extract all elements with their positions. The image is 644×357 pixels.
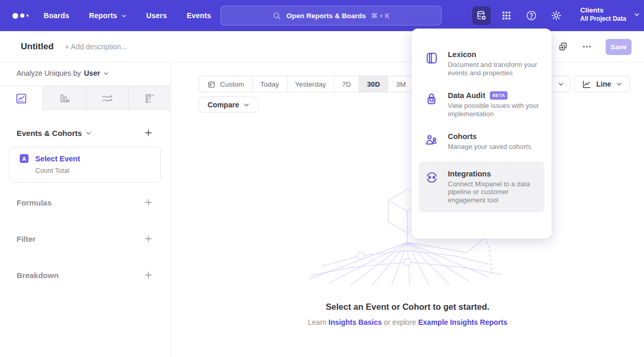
date-range-yesterday[interactable]: Yesterday bbox=[287, 76, 335, 92]
event-card[interactable]: A Select Event Count Total bbox=[9, 147, 161, 183]
breakdown-section: Breakdown bbox=[17, 270, 153, 280]
chart-type-button[interactable]: Line bbox=[574, 76, 630, 92]
viz-tab-line-chart[interactable] bbox=[0, 86, 43, 111]
viz-tab-flow[interactable] bbox=[86, 86, 129, 111]
plus-icon bbox=[144, 234, 153, 243]
apps-grid-button[interactable] bbox=[497, 6, 516, 25]
add-filter-button[interactable] bbox=[144, 234, 153, 243]
add-breakdown-button[interactable] bbox=[144, 270, 153, 280]
integrations-icon bbox=[425, 171, 439, 184]
viz-tab-bar-chart[interactable] bbox=[43, 86, 86, 111]
help-button[interactable] bbox=[522, 6, 541, 25]
project-scope: All Project Data bbox=[580, 15, 626, 23]
line-chart-type-icon bbox=[582, 79, 592, 89]
beta-badge: BETA bbox=[490, 91, 508, 100]
menu-item-data-audit[interactable]: Data Audit BETA View possible issues wit… bbox=[412, 84, 552, 125]
chevron-down-icon bbox=[616, 81, 622, 87]
compare-button[interactable]: Compare bbox=[199, 97, 258, 113]
formulas-section: Formulas bbox=[17, 198, 153, 207]
more-options-button[interactable] bbox=[582, 42, 592, 52]
add-formula-button[interactable] bbox=[144, 198, 153, 207]
menu-item-integrations[interactable]: Integrations Connect Mixpanel to a data … bbox=[419, 161, 544, 213]
date-range-30d[interactable]: 30D bbox=[359, 76, 388, 92]
cohorts-icon bbox=[425, 133, 439, 147]
filter-section: Filter bbox=[17, 234, 153, 243]
menu-item-title: Data Audit bbox=[448, 91, 485, 100]
logo-dot bbox=[26, 15, 29, 17]
menu-item-title: Integrations bbox=[448, 170, 491, 178]
logo-dot bbox=[12, 13, 18, 19]
events-cohorts-label[interactable]: Events & Cohorts bbox=[17, 129, 91, 138]
main-content: Custom Today Yesterday 7D 30D 3M 6M Comp… bbox=[171, 62, 644, 357]
gear-icon bbox=[551, 10, 562, 21]
save-button[interactable]: Save bbox=[606, 39, 632, 55]
analyze-uniques-row: Analyze Uniques by User bbox=[17, 69, 109, 77]
event-aggregation[interactable]: Count Total bbox=[35, 167, 160, 174]
menu-item-cohorts[interactable]: Cohorts Manage your saved cohorts bbox=[412, 125, 552, 158]
search-shortcut: ⌘ + K bbox=[371, 12, 390, 20]
date-range-3m[interactable]: 3M bbox=[388, 76, 414, 92]
help-icon bbox=[526, 10, 537, 21]
analyze-prefix: Analyze Uniques by bbox=[17, 69, 81, 77]
grid-dots-icon bbox=[144, 92, 156, 105]
select-event-label[interactable]: Select Event bbox=[35, 155, 80, 163]
analyze-value[interactable]: User bbox=[84, 69, 100, 77]
nav-item-label: Boards bbox=[44, 11, 69, 20]
line-chart-icon bbox=[15, 92, 28, 105]
chevron-down-icon bbox=[121, 13, 127, 19]
analyze-dropdown[interactable] bbox=[103, 71, 109, 76]
plus-icon bbox=[144, 128, 153, 138]
primary-nav: Boards Reports Users Events bbox=[44, 11, 211, 20]
insights-basics-link[interactable]: Insights Basics bbox=[328, 318, 382, 326]
report-title[interactable]: Untitled bbox=[21, 42, 53, 52]
menu-item-title: Cohorts bbox=[448, 132, 477, 141]
event-letter-badge: A bbox=[20, 154, 29, 163]
nav-item-reports[interactable]: Reports bbox=[89, 11, 126, 20]
breakdown-label: Breakdown bbox=[17, 271, 59, 280]
date-range-custom[interactable]: Custom bbox=[199, 76, 253, 92]
mixpanel-insights-app: Boards Reports Users Events Open Reports… bbox=[0, 0, 644, 357]
project-name: Clients bbox=[580, 6, 626, 15]
chevron-down-icon bbox=[103, 71, 109, 76]
visualization-tabs bbox=[0, 86, 171, 111]
viz-tab-grid-dots[interactable] bbox=[129, 86, 171, 111]
lexicon-icon bbox=[425, 51, 439, 65]
filter-label: Filter bbox=[17, 235, 36, 243]
menu-item-description: Manage your saved cohorts bbox=[448, 143, 540, 151]
menu-item-description: View possible issues with your implement… bbox=[448, 102, 540, 118]
settings-button[interactable] bbox=[547, 6, 566, 25]
calendar-icon bbox=[207, 80, 216, 89]
mixpanel-logo[interactable] bbox=[12, 13, 36, 19]
project-selector[interactable]: Clients All Project Data bbox=[580, 6, 640, 23]
search-icon bbox=[272, 11, 281, 20]
duplicate-report-button[interactable] bbox=[558, 42, 568, 52]
copy-plus-icon bbox=[558, 42, 568, 52]
query-builder-sidebar: Analyze Uniques by User bbox=[0, 62, 171, 357]
plus-icon bbox=[144, 270, 153, 280]
data-audit-icon bbox=[425, 92, 439, 106]
add-event-button[interactable] bbox=[144, 128, 153, 138]
menu-item-description: Document and transform your events and p… bbox=[448, 61, 540, 77]
empty-state-links: Learn Insights Basics or explore Example… bbox=[171, 318, 644, 326]
nav-item-label: Reports bbox=[89, 11, 117, 20]
global-search[interactable]: Open Reports & Boards ⌘ + K bbox=[221, 6, 442, 25]
menu-item-title: Lexicon bbox=[448, 50, 476, 59]
menu-item-lexicon[interactable]: Lexicon Document and transform your even… bbox=[412, 43, 552, 84]
nav-item-events[interactable]: Events bbox=[187, 11, 211, 20]
report-description-placeholder[interactable]: + Add description... bbox=[65, 43, 127, 51]
menu-item-description: Connect Mixpanel to a data pipeline or c… bbox=[448, 180, 540, 204]
ellipsis-icon bbox=[582, 42, 592, 52]
database-gear-icon bbox=[476, 10, 487, 21]
example-insights-reports-link[interactable]: Example Insights Reports bbox=[418, 318, 508, 326]
empty-state-title: Select an Event or Cohort to get started… bbox=[171, 302, 644, 312]
bar-chart-icon bbox=[58, 92, 71, 105]
events-cohorts-section: Events & Cohorts bbox=[17, 128, 153, 138]
nav-item-boards[interactable]: Boards bbox=[44, 11, 69, 20]
date-range-today[interactable]: Today bbox=[253, 76, 287, 92]
plus-icon bbox=[144, 198, 153, 207]
chevron-down-icon bbox=[558, 81, 564, 87]
nav-item-users[interactable]: Users bbox=[146, 11, 167, 20]
apps-grid-icon bbox=[501, 10, 512, 21]
data-management-button[interactable] bbox=[472, 6, 491, 25]
date-range-7d[interactable]: 7D bbox=[334, 76, 359, 92]
